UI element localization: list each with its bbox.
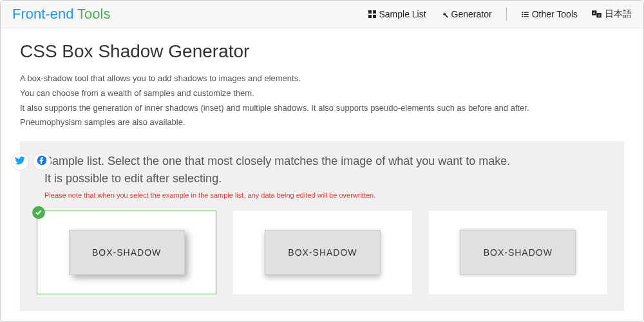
sample-box: BOX-SHADOW (265, 230, 381, 275)
nav-generator[interactable]: Generator (440, 9, 492, 19)
sample-panel: Sample list. Select the one that most cl… (20, 141, 624, 311)
desc-line: You can choose from a wealth of samples … (20, 87, 624, 100)
wrench-icon (440, 10, 449, 19)
svg-rect-7 (524, 14, 529, 14)
svg-text:文: 文 (598, 13, 601, 17)
social-buttons (11, 153, 51, 171)
sample-box: BOX-SHADOW (460, 230, 576, 275)
list-icon (521, 10, 529, 19)
nav-label: Other Tools (532, 9, 578, 19)
main: CSS Box Shadow Generator A box-shadow to… (1, 28, 643, 311)
check-icon (32, 206, 45, 219)
twitter-icon (15, 155, 25, 168)
nav-label: Generator (451, 9, 492, 19)
nav-label: 日本語 (605, 8, 632, 20)
translate-icon: A文 (592, 10, 602, 19)
svg-rect-2 (368, 15, 372, 18)
sample-card-3[interactable]: BOX-SHADOW (429, 211, 607, 294)
logo[interactable]: Front-end Tools (12, 6, 110, 23)
sample-box: BOX-SHADOW (69, 230, 185, 275)
sample-card-2[interactable]: BOX-SHADOW (233, 211, 412, 294)
nav-sample-list[interactable]: Sample List (368, 9, 426, 19)
svg-point-6 (522, 14, 523, 15)
page-title: CSS Box Shadow Generator (20, 41, 624, 62)
svg-rect-0 (368, 10, 372, 14)
svg-text:A: A (593, 10, 596, 14)
nav-other-tools[interactable]: Other Tools (521, 9, 578, 19)
grid-icon (368, 10, 376, 18)
logo-tools: Tools (73, 6, 110, 22)
svg-rect-5 (524, 12, 529, 12)
desc-line: A box-shadow tool that allows you to add… (20, 72, 624, 86)
panel-warning: Please note that when you select the exa… (37, 191, 607, 199)
logo-front: Front-end (12, 6, 73, 22)
sample-cards: BOX-SHADOW BOX-SHADOW BOX-SHADOW (37, 211, 607, 294)
facebook-icon (37, 155, 47, 168)
nav-label: Sample List (379, 9, 426, 19)
nav: Sample List Generator Other Tools A文 日本語 (368, 8, 632, 21)
desc-line: Pneumophysism samples are also available… (20, 116, 624, 129)
nav-language[interactable]: A文 日本語 (592, 8, 632, 20)
svg-point-8 (522, 15, 523, 17)
sample-card-1[interactable]: BOX-SHADOW (37, 211, 216, 294)
panel-text: It is possible to edit after selecting. (37, 170, 607, 187)
header: Front-end Tools Sample List Generator Ot… (1, 1, 643, 28)
svg-point-4 (522, 12, 523, 13)
desc-line: It also supports the generation of inner… (20, 102, 624, 115)
nav-separator (506, 8, 507, 21)
facebook-button[interactable] (33, 153, 51, 171)
twitter-button[interactable] (11, 153, 29, 171)
panel-text: Sample list. Select the one that most cl… (37, 153, 607, 170)
svg-rect-1 (373, 10, 376, 14)
svg-rect-9 (524, 16, 529, 17)
svg-rect-3 (373, 15, 376, 18)
